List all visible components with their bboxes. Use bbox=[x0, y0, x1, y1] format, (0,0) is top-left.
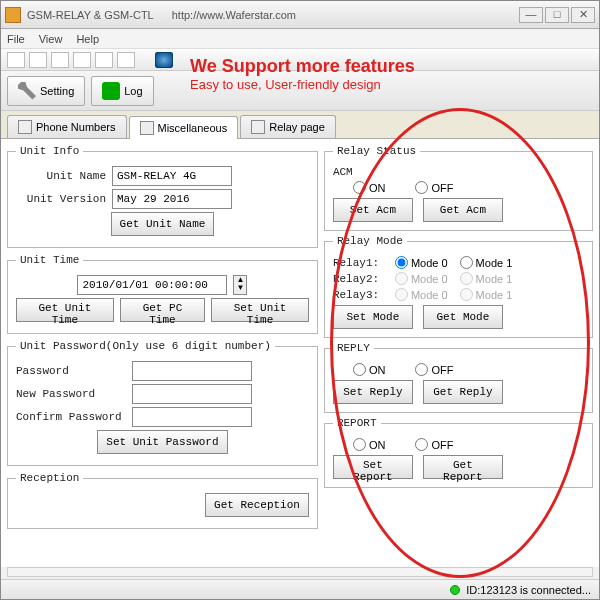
unit-time-legend: Unit Time bbox=[16, 254, 83, 266]
icon-refresh[interactable] bbox=[117, 52, 135, 68]
unit-name-input[interactable] bbox=[112, 166, 232, 186]
unit-name-label: Unit Name bbox=[16, 170, 106, 182]
reply-on-radio[interactable]: ON bbox=[353, 363, 386, 376]
unit-info-group: Unit Info Unit Name Unit Version Get Uni… bbox=[7, 145, 318, 248]
tab-relay-page[interactable]: Relay page bbox=[240, 115, 336, 138]
misc-icon bbox=[140, 121, 154, 135]
unit-time-group: Unit Time ▲▼ Get Unit Time Get PC Time S… bbox=[7, 254, 318, 334]
icon-device[interactable] bbox=[95, 52, 113, 68]
app-window: GSM-RELAY & GSM-CTL http://www.Waferstar… bbox=[0, 0, 600, 600]
icon-open[interactable] bbox=[29, 52, 47, 68]
relay3-mode0-radio: Mode 0 bbox=[395, 288, 448, 301]
close-button[interactable]: ✕ bbox=[571, 7, 595, 23]
password-label: Password bbox=[16, 365, 126, 377]
password-input[interactable] bbox=[132, 361, 252, 381]
get-reception-button[interactable]: Get Reception bbox=[205, 493, 309, 517]
set-unit-password-button[interactable]: Set Unit Password bbox=[97, 430, 227, 454]
get-unit-name-button[interactable]: Get Unit Name bbox=[111, 212, 215, 236]
set-unit-time-button[interactable]: Set Unit Time bbox=[211, 298, 309, 322]
status-text: ID:123123 is connected... bbox=[466, 584, 591, 596]
get-acm-button[interactable]: Get Acm bbox=[423, 198, 503, 222]
maximize-button[interactable]: □ bbox=[545, 7, 569, 23]
globe-icon[interactable] bbox=[155, 52, 173, 68]
get-pc-time-button[interactable]: Get PC Time bbox=[120, 298, 205, 322]
reply-legend: REPLY bbox=[333, 342, 374, 354]
content-area: Unit Info Unit Name Unit Version Get Uni… bbox=[1, 139, 599, 567]
relay-status-group: Relay Status ACM ON OFF Set AcmGet Acm bbox=[324, 145, 593, 231]
unit-info-legend: Unit Info bbox=[16, 145, 83, 157]
unit-version-input[interactable] bbox=[112, 189, 232, 209]
menu-file[interactable]: File bbox=[7, 33, 25, 45]
relay2-mode0-radio: Mode 0 bbox=[395, 272, 448, 285]
relay2-mode1-radio: Mode 1 bbox=[460, 272, 513, 285]
menubar: File View Help bbox=[1, 29, 599, 49]
setting-label: Setting bbox=[40, 85, 74, 97]
unit-password-legend: Unit Password(Only use 6 digit number) bbox=[16, 340, 275, 352]
tab-strip: Phone Numbers Miscellaneous Relay page bbox=[1, 111, 599, 139]
unit-time-input[interactable] bbox=[77, 275, 227, 295]
relay2-label: Relay2: bbox=[333, 273, 383, 285]
acm-on-radio[interactable]: ON bbox=[353, 181, 386, 194]
wave-icon bbox=[102, 82, 120, 100]
reply-group: REPLY ON OFF Set ReplyGet Reply bbox=[324, 342, 593, 413]
relay1-mode0-radio[interactable]: Mode 0 bbox=[395, 256, 448, 269]
report-legend: REPORT bbox=[333, 417, 381, 429]
relay-status-legend: Relay Status bbox=[333, 145, 420, 157]
relay-icon bbox=[251, 120, 265, 134]
set-acm-button[interactable]: Set Acm bbox=[333, 198, 413, 222]
statusbar: ID:123123 is connected... bbox=[1, 579, 599, 599]
report-group: REPORT ON OFF Set ReportGet Report bbox=[324, 417, 593, 488]
get-unit-time-button[interactable]: Get Unit Time bbox=[16, 298, 114, 322]
tab-phone-numbers[interactable]: Phone Numbers bbox=[7, 115, 127, 138]
promo-headline: We Support more features Easy to use, Us… bbox=[190, 56, 415, 92]
icon-new[interactable] bbox=[7, 52, 25, 68]
titlebar: GSM-RELAY & GSM-CTL http://www.Waferstar… bbox=[1, 1, 599, 29]
promo-line2: Easy to use, User-friendly design bbox=[190, 77, 415, 92]
set-mode-button[interactable]: Set Mode bbox=[333, 305, 413, 329]
window-url: http://www.Waferstar.com bbox=[172, 9, 296, 21]
set-reply-button[interactable]: Set Reply bbox=[333, 380, 413, 404]
spinner-icon[interactable]: ▲▼ bbox=[233, 275, 247, 295]
get-mode-button[interactable]: Get Mode bbox=[423, 305, 503, 329]
tab-miscellaneous[interactable]: Miscellaneous bbox=[129, 116, 239, 139]
icon-saveas[interactable] bbox=[73, 52, 91, 68]
acm-label: ACM bbox=[333, 166, 353, 178]
relay3-label: Relay3: bbox=[333, 289, 383, 301]
reception-legend: Reception bbox=[16, 472, 83, 484]
app-icon bbox=[5, 7, 21, 23]
relay1-mode1-radio[interactable]: Mode 1 bbox=[460, 256, 513, 269]
minimize-button[interactable]: — bbox=[519, 7, 543, 23]
icon-save[interactable] bbox=[51, 52, 69, 68]
reply-off-radio[interactable]: OFF bbox=[415, 363, 453, 376]
relay1-label: Relay1: bbox=[333, 257, 383, 269]
phone-icon bbox=[18, 120, 32, 134]
relay3-mode1-radio: Mode 1 bbox=[460, 288, 513, 301]
report-off-radio[interactable]: OFF bbox=[415, 438, 453, 451]
relay-mode-legend: Relay Mode bbox=[333, 235, 407, 247]
window-title: GSM-RELAY & GSM-CTL bbox=[27, 9, 154, 21]
set-report-button[interactable]: Set Report bbox=[333, 455, 413, 479]
log-label: Log bbox=[124, 85, 142, 97]
reception-group: Reception Get Reception bbox=[7, 472, 318, 529]
unit-version-label: Unit Version bbox=[16, 193, 106, 205]
get-reply-button[interactable]: Get Reply bbox=[423, 380, 503, 404]
setting-button[interactable]: Setting bbox=[7, 76, 85, 106]
promo-line1: We Support more features bbox=[190, 56, 415, 77]
menu-help[interactable]: Help bbox=[76, 33, 99, 45]
log-button[interactable]: Log bbox=[91, 76, 153, 106]
get-report-button[interactable]: Get Report bbox=[423, 455, 503, 479]
report-on-radio[interactable]: ON bbox=[353, 438, 386, 451]
horizontal-scrollbar[interactable] bbox=[7, 567, 593, 577]
acm-off-radio[interactable]: OFF bbox=[415, 181, 453, 194]
confirm-password-input[interactable] bbox=[132, 407, 252, 427]
wrench-icon bbox=[18, 82, 36, 100]
menu-view[interactable]: View bbox=[39, 33, 63, 45]
new-password-input[interactable] bbox=[132, 384, 252, 404]
status-dot-icon bbox=[450, 585, 460, 595]
confirm-password-label: Confirm Password bbox=[16, 411, 126, 423]
relay-mode-group: Relay Mode Relay1: Mode 0 Mode 1 Relay2:… bbox=[324, 235, 593, 338]
unit-password-group: Unit Password(Only use 6 digit number) P… bbox=[7, 340, 318, 466]
new-password-label: New Password bbox=[16, 388, 126, 400]
